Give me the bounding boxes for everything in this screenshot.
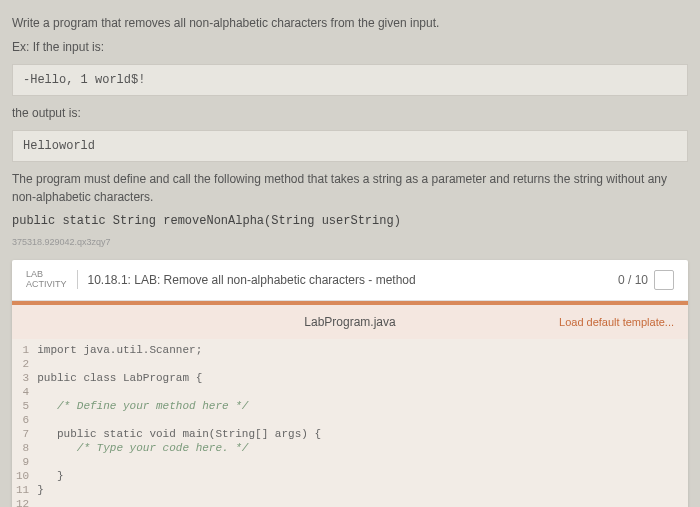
file-name: LabProgram.java bbox=[304, 315, 395, 329]
method-desc: The program must define and call the fol… bbox=[12, 170, 688, 206]
lab-label-bottom: ACTIVITY bbox=[26, 280, 67, 290]
lab-header: LAB ACTIVITY 10.18.1: LAB: Remove all no… bbox=[12, 260, 688, 301]
example-label: Ex: If the input is: bbox=[12, 38, 688, 56]
score-text: 0 / 10 bbox=[618, 273, 648, 287]
intro-text: Write a program that removes all non-alp… bbox=[12, 14, 688, 32]
lab-activity-label: LAB ACTIVITY bbox=[26, 270, 78, 290]
output-label: the output is: bbox=[12, 104, 688, 122]
output-example-box: Helloworld bbox=[12, 130, 688, 162]
code-area[interactable]: import java.util.Scanner; public class L… bbox=[37, 339, 321, 508]
lab-card: LAB ACTIVITY 10.18.1: LAB: Remove all no… bbox=[12, 260, 688, 508]
file-header: LabProgram.java Load default template... bbox=[12, 305, 688, 339]
lab-title: 10.18.1: LAB: Remove all non-alphabetic … bbox=[88, 273, 618, 287]
score-checkbox[interactable] bbox=[654, 270, 674, 290]
content-id: 375318.929042.qx3zqy7 bbox=[12, 236, 688, 250]
instructions-panel: Write a program that removes all non-alp… bbox=[12, 14, 688, 250]
input-example-box: -Hello, 1 world$! bbox=[12, 64, 688, 96]
line-gutter: 123456789101112 bbox=[12, 339, 37, 508]
code-editor[interactable]: 123456789101112 import java.util.Scanner… bbox=[12, 339, 688, 508]
load-template-link[interactable]: Load default template... bbox=[559, 316, 674, 328]
method-signature: public static String removeNonAlpha(Stri… bbox=[12, 212, 688, 230]
